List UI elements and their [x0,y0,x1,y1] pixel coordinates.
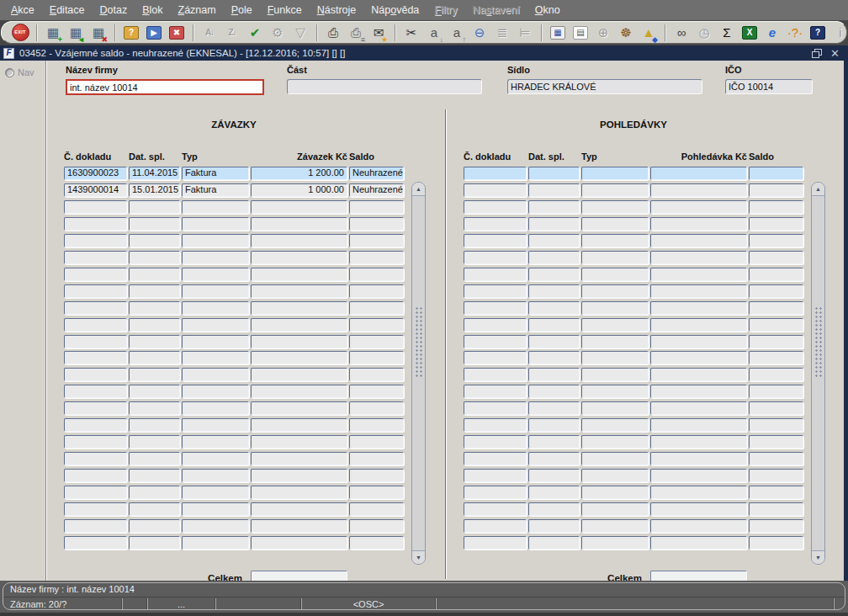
pohledavky-cell[interactable] [528,385,580,398]
sidlo-input[interactable]: HRADEC KRÁLOVÉ [507,79,702,94]
zavazky-cell[interactable] [64,368,127,381]
zavazky-cell[interactable] [349,435,404,449]
pohledavky-cell[interactable] [528,200,580,214]
zavazky-cell[interactable] [349,200,404,214]
pohledavky-cell[interactable] [528,519,580,533]
pohledavky-cell[interactable] [749,368,803,381]
menu-editace[interactable]: Editace [42,4,93,16]
pohledavky-cell[interactable] [464,502,527,516]
zavazky-cell[interactable] [251,251,347,264]
zavazky-cell[interactable] [64,251,127,264]
zavazky-cell[interactable] [182,318,249,332]
zavazky-cell[interactable] [349,401,404,415]
pohledavky-cell[interactable] [464,200,527,214]
zavazky-cell[interactable] [129,217,180,231]
zavazky-cell[interactable] [64,519,127,533]
print-button[interactable]: ⎙ [323,23,343,43]
zavazky-cell[interactable] [349,385,404,398]
zavazky-cell[interactable] [182,351,249,364]
zavazky-cell[interactable] [129,284,180,298]
zavazky-cell[interactable] [129,502,180,516]
detail-form-button[interactable]: ▦ [548,23,568,43]
pohledavky-cell[interactable] [581,469,649,482]
pohledavky-cell[interactable] [749,486,803,499]
pohledavky-cell[interactable] [528,452,580,465]
zavazky-cell[interactable] [349,469,404,482]
scroll-down-button[interactable]: ▼ [412,550,425,564]
pohledavky-cell[interactable] [650,217,747,231]
zavazky-cell[interactable] [349,318,404,332]
pohledavky-cell[interactable] [650,183,747,197]
pohledavky-cell[interactable] [749,536,803,550]
pohledavky-cell[interactable] [749,401,803,415]
zavazky-cell[interactable] [182,217,249,231]
pohledavky-cell[interactable] [581,217,649,231]
pohledavky-cell[interactable] [581,385,649,398]
pohledavky-cell[interactable] [650,251,747,264]
paste-down-button[interactable]: a↓ [424,23,444,43]
zavazky-cell[interactable] [251,234,347,247]
pohledavky-cell[interactable] [528,351,580,364]
pohledavky-cell[interactable] [581,502,649,516]
pohledavky-cell[interactable] [749,183,803,197]
pohledavky-cell[interactable] [464,251,527,264]
zavazky-cell[interactable] [129,351,180,364]
pohledavky-cell[interactable] [581,167,649,180]
pohledavky-cell[interactable] [464,536,527,550]
zavazky-cell[interactable] [129,251,180,264]
zavazky-cell[interactable] [182,284,249,298]
zavazky-cell[interactable]: Faktura [182,167,249,180]
zavazky-cell[interactable] [251,200,347,214]
pohledavky-cell[interactable] [464,335,527,348]
zavazky-cell[interactable] [129,435,180,449]
menu-pole[interactable]: Pole [224,4,260,16]
pohledavky-cell[interactable] [464,234,527,247]
pohledavky-cell[interactable] [749,385,803,398]
zavazky-cell[interactable] [349,351,404,364]
menu-funkce[interactable]: Funkce [260,4,310,16]
pohledavky-cell[interactable] [749,284,803,298]
zavazky-cell[interactable] [64,268,127,281]
pohledavky-cell[interactable] [650,536,747,550]
zavazky-cell[interactable] [129,200,180,214]
pohledavky-cell[interactable] [650,502,747,516]
pohledavky-cell[interactable] [650,435,747,449]
scroll-up-button[interactable]: ▲ [412,183,425,196]
pohledavky-cell[interactable] [650,335,747,348]
zavazky-cell[interactable] [64,284,127,298]
pohledavky-cell[interactable] [464,469,527,482]
pohledavky-cell[interactable] [464,284,527,298]
zavazky-cell[interactable] [129,519,180,533]
zavazky-cell[interactable]: Faktura [182,183,249,197]
pohledavky-cell[interactable] [464,268,527,281]
excel-export-button[interactable]: X [739,23,760,43]
pohledavky-cell[interactable] [581,284,649,298]
binoculars-button[interactable]: ∞ [671,23,692,43]
restore-icon[interactable] [812,49,822,58]
zavazky-cell[interactable] [251,452,347,465]
pohledavky-cell[interactable] [528,469,580,482]
pohledavky-cell[interactable] [749,469,803,482]
pohledavky-cell[interactable] [528,418,580,432]
pohledavky-cell[interactable] [581,486,649,499]
zavazky-cell[interactable] [182,452,249,465]
zavazky-cell[interactable] [349,502,404,516]
zavazky-cell[interactable] [182,251,249,264]
menu-akce[interactable]: Akce [3,4,42,16]
zavazky-cell[interactable] [129,452,180,465]
zavazky-cell[interactable] [182,268,249,281]
pohledavky-cell[interactable] [749,502,803,516]
zavazky-cell[interactable] [251,318,347,332]
zavazky-cell[interactable] [182,200,249,214]
delete-record-button[interactable]: ▦✖ [88,23,109,43]
nazev-firmy-input[interactable]: int. název 10014 [66,79,264,95]
pohledavky-cell[interactable] [650,401,747,415]
pohledavky-cell[interactable] [464,318,527,332]
pohledavky-cell[interactable] [650,452,747,465]
zavazky-cell[interactable] [64,418,127,432]
pohledavky-cell[interactable] [464,435,527,449]
scroll-up-button[interactable]: ▲ [812,183,824,196]
pohledavky-cell[interactable] [749,318,803,332]
zavazky-cell[interactable]: 11.04.2015 [129,167,180,180]
enter-query-button[interactable]: ? [121,23,141,43]
